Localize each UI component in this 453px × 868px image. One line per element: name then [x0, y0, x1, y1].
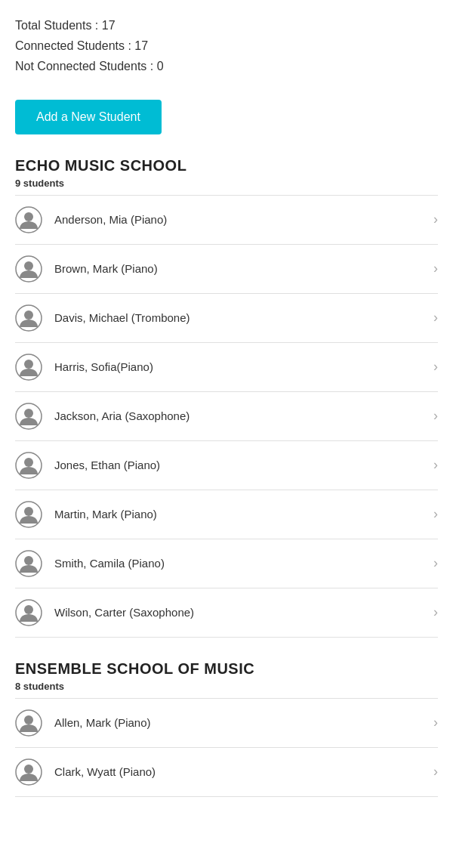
- connected-students: Connected Students : 17: [15, 36, 438, 56]
- svg-point-3: [24, 261, 33, 270]
- avatar: [15, 550, 42, 577]
- not-connected-students: Not Connected Students : 0: [15, 56, 438, 76]
- schools-container: ECHO MUSIC SCHOOL9 students Anderson, Mi…: [15, 157, 438, 797]
- school-count-1: 8 students: [15, 681, 438, 692]
- table-row[interactable]: Clark, Wyatt (Piano) ›: [15, 748, 438, 797]
- svg-point-7: [24, 360, 33, 369]
- table-row[interactable]: Jackson, Aria (Saxophone) ›: [15, 392, 438, 441]
- avatar: [15, 709, 42, 737]
- chevron-right-icon: ›: [433, 555, 438, 571]
- avatar: [15, 304, 42, 332]
- student-name: Jackson, Aria (Saxophone): [54, 409, 433, 422]
- svg-point-21: [24, 765, 33, 774]
- chevron-right-icon: ›: [433, 506, 438, 522]
- avatar: [15, 206, 42, 233]
- svg-point-9: [24, 409, 33, 418]
- student-list-0: Anderson, Mia (Piano) › Brown, Mark (Pia…: [15, 195, 438, 638]
- svg-point-13: [24, 507, 33, 516]
- chevron-right-icon: ›: [433, 604, 438, 620]
- avatar: [15, 255, 42, 283]
- chevron-right-icon: ›: [433, 764, 438, 780]
- table-row[interactable]: Davis, Michael (Trombone) ›: [15, 294, 438, 343]
- svg-point-5: [24, 310, 33, 320]
- student-name: Jones, Ethan (Piano): [54, 459, 433, 471]
- student-name: Anderson, Mia (Piano): [54, 213, 433, 226]
- avatar: [15, 354, 42, 381]
- avatar: [15, 599, 42, 626]
- chevron-right-icon: ›: [433, 715, 438, 731]
- student-name: Martin, Mark (Piano): [54, 508, 433, 520]
- student-name: Harris, Sofia(Piano): [54, 360, 433, 373]
- student-name: Wilson, Carter (Saxophone): [54, 606, 433, 619]
- table-row[interactable]: Jones, Ethan (Piano) ›: [15, 441, 438, 490]
- chevron-right-icon: ›: [433, 359, 438, 375]
- chevron-right-icon: ›: [433, 457, 438, 473]
- stats-section: Total Students : 17 Connected Students :…: [15, 15, 438, 77]
- table-row[interactable]: Allen, Mark (Piano) ›: [15, 698, 438, 748]
- chevron-right-icon: ›: [433, 310, 438, 326]
- svg-point-1: [24, 212, 33, 221]
- avatar: [15, 452, 42, 479]
- table-row[interactable]: Smith, Camila (Piano) ›: [15, 539, 438, 588]
- table-row[interactable]: Harris, Sofia(Piano) ›: [15, 343, 438, 392]
- add-new-student-button[interactable]: Add a New Student: [15, 100, 162, 134]
- chevron-right-icon: ›: [433, 261, 438, 276]
- student-list-1: Allen, Mark (Piano) › Clark, Wyatt (Pian…: [15, 698, 438, 797]
- table-row[interactable]: Brown, Mark (Piano) ›: [15, 245, 438, 294]
- svg-point-15: [24, 556, 33, 565]
- student-name: Allen, Mark (Piano): [54, 716, 433, 729]
- total-students: Total Students : 17: [15, 15, 438, 36]
- table-row[interactable]: Martin, Mark (Piano) ›: [15, 490, 438, 539]
- svg-point-11: [24, 458, 33, 467]
- table-row[interactable]: Wilson, Carter (Saxophone) ›: [15, 588, 438, 638]
- svg-point-17: [24, 605, 33, 614]
- avatar: [15, 501, 42, 528]
- chevron-right-icon: ›: [433, 408, 438, 424]
- avatar: [15, 758, 42, 786]
- school-name-0: ECHO MUSIC SCHOOL: [15, 157, 438, 175]
- student-name: Clark, Wyatt (Piano): [54, 765, 433, 778]
- student-name: Davis, Michael (Trombone): [54, 311, 433, 324]
- school-section-1: ENSEMBLE SCHOOL OF MUSIC8 students Allen…: [15, 660, 438, 797]
- svg-point-19: [24, 715, 33, 724]
- avatar: [15, 403, 42, 430]
- student-name: Smith, Camila (Piano): [54, 557, 433, 570]
- school-name-1: ENSEMBLE SCHOOL OF MUSIC: [15, 660, 438, 678]
- school-section-0: ECHO MUSIC SCHOOL9 students Anderson, Mi…: [15, 157, 438, 638]
- chevron-right-icon: ›: [433, 212, 438, 227]
- table-row[interactable]: Anderson, Mia (Piano) ›: [15, 195, 438, 245]
- student-name: Brown, Mark (Piano): [54, 262, 433, 275]
- school-count-0: 9 students: [15, 178, 438, 189]
